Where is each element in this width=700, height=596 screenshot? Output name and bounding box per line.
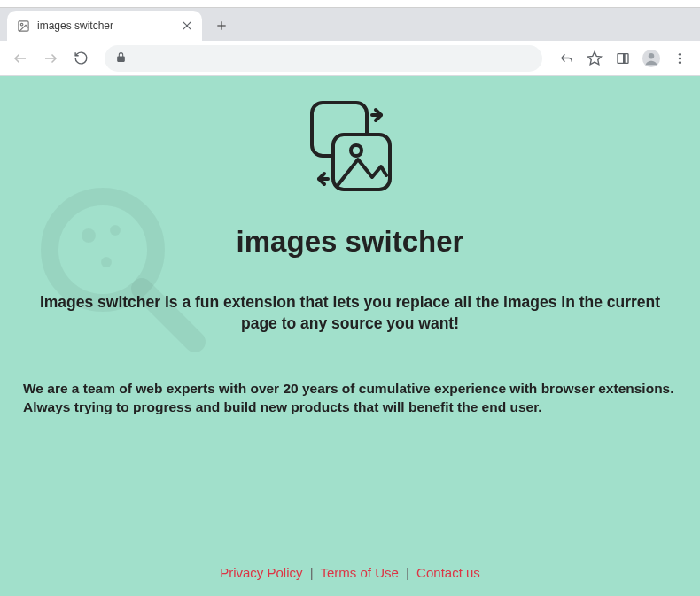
tab-close-icon[interactable] (181, 18, 193, 35)
svg-marker-12 (588, 51, 602, 64)
svg-point-16 (649, 53, 654, 58)
share-icon[interactable] (553, 45, 579, 72)
profile-avatar-icon[interactable] (638, 45, 665, 72)
privacy-policy-link[interactable]: Privacy Policy (220, 565, 302, 580)
page-description: We are a team of web experts with over 2… (14, 380, 686, 417)
svg-point-17 (679, 53, 681, 55)
menu-kebab-icon[interactable] (666, 45, 693, 72)
separator: | (406, 565, 409, 580)
back-button[interactable] (7, 45, 34, 72)
contact-us-link[interactable]: Contact us (416, 565, 480, 580)
page-heading: images switcher (14, 225, 686, 259)
browser-toolbar (0, 41, 700, 76)
page-content: images switcher Images switcher is a fun… (0, 76, 700, 596)
svg-point-5 (20, 23, 23, 26)
bookmark-star-icon[interactable] (581, 45, 608, 72)
terms-of-use-link[interactable]: Terms of Use (321, 565, 399, 580)
page-tagline: Images switcher is a fun extension that … (14, 292, 686, 334)
forward-button[interactable] (37, 45, 64, 72)
tab-favicon (16, 19, 30, 33)
separator: | (310, 565, 314, 580)
svg-point-19 (679, 61, 681, 63)
side-panel-icon[interactable] (610, 45, 636, 72)
reload-button[interactable] (67, 45, 94, 72)
tab-strip: images switcher (0, 7, 700, 41)
tab-title: images switcher (37, 19, 174, 32)
new-tab-button[interactable] (209, 13, 234, 38)
address-bar[interactable] (105, 45, 542, 72)
footer-links: Privacy Policy | Terms of Use | Contact … (0, 565, 700, 580)
app-logo-icon (292, 90, 408, 205)
browser-tab[interactable]: images switcher (7, 11, 202, 41)
lock-icon (115, 51, 127, 65)
svg-point-18 (679, 57, 681, 58)
